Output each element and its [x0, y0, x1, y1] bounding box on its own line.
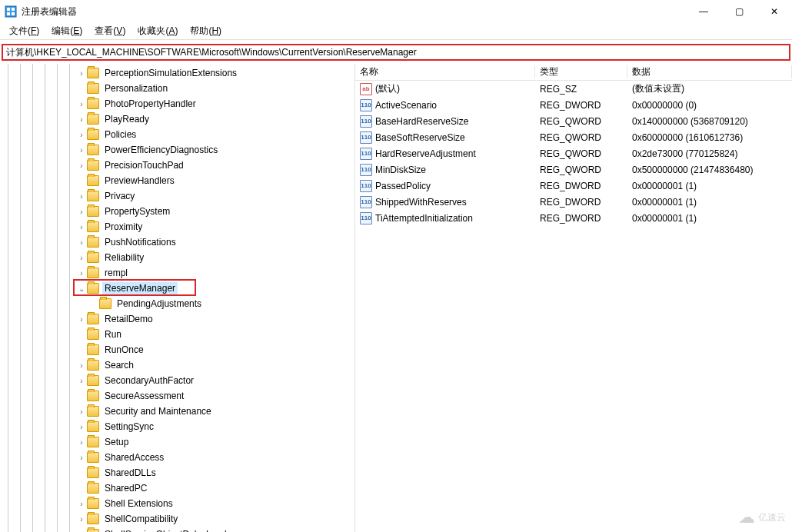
binary-value-icon: 110 — [360, 131, 372, 144]
value-type: REG_DWORD — [535, 100, 627, 111]
value-row[interactable]: ab(默认)REG_SZ(数值未设置) — [355, 81, 792, 97]
titlebar: 注册表编辑器 — ▢ ✕ — [0, 0, 792, 23]
values-list[interactable]: 名称 类型 数据 ab(默认)REG_SZ(数值未设置)110ActiveSce… — [355, 64, 792, 532]
tree-item-reliability[interactable]: ›Reliability — [0, 250, 354, 265]
menu-a[interactable]: 收藏夹(A) — [131, 23, 184, 39]
value-data: (数值未设置) — [627, 82, 792, 95]
tree-item-shell-extensions[interactable]: ›Shell Extensions — [0, 496, 354, 511]
tree-item-proximity[interactable]: ›Proximity — [0, 219, 354, 234]
value-row[interactable]: 110BaseHardReserveSizeREG_QWORD0x1400000… — [355, 113, 792, 129]
value-row[interactable]: 110HardReserveAdjustmentREG_QWORD0x2de73… — [355, 145, 792, 161]
tree-item-shellcompatibility[interactable]: ›ShellCompatibility — [0, 511, 354, 527]
chevron-right-icon[interactable]: › — [76, 208, 87, 216]
value-name: PassedPolicy — [375, 181, 431, 191]
tree-item-precisiontouchpad[interactable]: ›PrecisionTouchPad — [0, 158, 354, 173]
column-type[interactable]: 类型 — [535, 65, 627, 78]
tree-item-setup[interactable]: ›Setup — [0, 434, 354, 450]
tree-item-privacy[interactable]: ›Privacy — [0, 188, 354, 204]
tree-item-rempl[interactable]: ›rempl — [0, 265, 354, 281]
tree-item-label: PlayReady — [102, 113, 151, 125]
menu-h[interactable]: 帮助(H) — [184, 23, 228, 39]
tree-item-label: SharedPC — [102, 482, 149, 494]
tree-item-label: SecondaryAuthFactor — [102, 374, 196, 387]
tree-item-label: Security and Maintenance — [102, 405, 214, 417]
folder-icon — [87, 514, 99, 524]
tree-item-powerefficiencydiagnostics[interactable]: ›PowerEfficiencyDiagnostics — [0, 142, 354, 158]
tree-item-perceptionsimulationextensions[interactable]: ›PerceptionSimulationExtensions — [0, 65, 354, 81]
tree-item-search[interactable]: ›Search — [0, 357, 354, 373]
value-row[interactable]: 110BaseSoftReserveSizeREG_QWORD0x6000000… — [355, 129, 792, 145]
chevron-right-icon[interactable]: › — [76, 407, 87, 416]
folder-icon — [87, 206, 99, 217]
menu-v[interactable]: 查看(V) — [88, 23, 131, 39]
tree-item-pendingadjustments[interactable]: ·PendingAdjustments — [0, 296, 354, 311]
tree-item-playready[interactable]: ›PlayReady — [0, 111, 354, 127]
chevron-right-icon[interactable]: › — [76, 100, 87, 108]
chevron-right-icon[interactable]: › — [76, 254, 87, 262]
chevron-right-icon[interactable]: › — [76, 500, 87, 508]
binary-value-icon: 110 — [360, 212, 372, 224]
tree-item-previewhandlers[interactable]: ·PreviewHandlers — [0, 173, 354, 188]
tree-item-policies[interactable]: ›Policies — [0, 127, 354, 142]
tree-item-secureassessment[interactable]: ·SecureAssessment — [0, 388, 354, 404]
chevron-right-icon[interactable]: › — [76, 438, 87, 447]
registry-tree[interactable]: ›PerceptionSimulationExtensions·Personal… — [0, 64, 355, 532]
folder-icon — [87, 467, 99, 478]
folder-icon — [87, 360, 99, 371]
chevron-right-icon[interactable]: › — [76, 69, 87, 78]
chevron-right-icon[interactable]: › — [76, 131, 87, 139]
chevron-right-icon[interactable]: › — [76, 146, 87, 155]
column-name[interactable]: 名称 — [355, 65, 535, 78]
chevron-right-icon[interactable]: › — [76, 423, 87, 431]
tree-item-sharedpc[interactable]: ·SharedPC — [0, 480, 354, 496]
addressbar[interactable] — [2, 44, 790, 61]
folder-icon — [87, 329, 99, 340]
column-data[interactable]: 数据 — [627, 65, 792, 78]
value-type: REG_QWORD — [535, 116, 627, 127]
tree-item-pushnotifications[interactable]: ›PushNotifications — [0, 234, 354, 250]
tree-item-personalization[interactable]: ·Personalization — [0, 81, 354, 96]
tree-item-run[interactable]: ·Run — [0, 327, 354, 342]
tree-item-propertysystem[interactable]: ›PropertySystem — [0, 204, 354, 219]
maximize-button[interactable]: ▢ — [721, 0, 757, 23]
value-row[interactable]: 110MinDiskSizeREG_QWORD0x500000000 (2147… — [355, 161, 792, 178]
tree-item-shellserviceobjectdelayload[interactable]: ·ShellServiceObjectDelayLoad — [0, 527, 354, 532]
chevron-right-icon[interactable]: › — [76, 269, 87, 278]
chevron-right-icon[interactable]: › — [76, 115, 87, 124]
chevron-down-icon[interactable]: ⌄ — [76, 284, 87, 293]
tree-item-runonce[interactable]: ·RunOnce — [0, 342, 354, 357]
tree-item-photopropertyhandler[interactable]: ›PhotoPropertyHandler — [0, 96, 354, 111]
menu-f[interactable]: 文件(F) — [3, 23, 45, 39]
tree-item-label: Shell Extensions — [102, 497, 175, 510]
chevron-right-icon[interactable]: › — [76, 377, 87, 385]
tree-item-secondaryauthfactor[interactable]: ›SecondaryAuthFactor — [0, 373, 354, 388]
tree-item-retaildemo[interactable]: ›RetailDemo — [0, 311, 354, 327]
value-row[interactable]: 110TiAttemptedInitializationREG_DWORD0x0… — [355, 210, 792, 226]
address-input[interactable] — [6, 47, 786, 58]
chevron-right-icon[interactable]: › — [76, 454, 87, 462]
chevron-right-icon[interactable]: › — [76, 223, 87, 231]
folder-icon — [87, 83, 99, 94]
chevron-right-icon[interactable]: › — [76, 361, 87, 370]
value-data: 0x2de73000 (770125824) — [627, 148, 792, 159]
tree-item-security-and-maintenance[interactable]: ›Security and Maintenance — [0, 404, 354, 419]
minimize-button[interactable]: — — [686, 0, 721, 23]
value-name: MinDiskSize — [375, 165, 426, 175]
chevron-right-icon[interactable]: › — [76, 238, 87, 247]
tree-item-label: rempl — [102, 267, 130, 279]
chevron-right-icon[interactable]: › — [76, 161, 87, 170]
value-row[interactable]: 110PassedPolicyREG_DWORD0x00000001 (1) — [355, 178, 792, 194]
tree-item-reservemanager[interactable]: ⌄ReserveManager — [0, 281, 354, 296]
tree-item-settingsync[interactable]: ›SettingSync — [0, 419, 354, 434]
value-data: 0x60000000 (1610612736) — [627, 132, 792, 143]
chevron-right-icon[interactable]: › — [76, 515, 87, 524]
close-button[interactable]: ✕ — [757, 0, 792, 23]
tree-item-shareddlls[interactable]: ·SharedDLLs — [0, 465, 354, 480]
tree-item-sharedaccess[interactable]: ›SharedAccess — [0, 450, 354, 465]
chevron-right-icon[interactable]: › — [76, 315, 87, 324]
value-row[interactable]: 110ActiveScenarioREG_DWORD0x00000000 (0) — [355, 97, 792, 113]
value-type: REG_DWORD — [535, 181, 627, 191]
menu-e[interactable]: 编辑(E) — [45, 23, 88, 39]
chevron-right-icon[interactable]: › — [76, 192, 87, 201]
value-row[interactable]: 110ShippedWithReservesREG_DWORD0x0000000… — [355, 194, 792, 210]
